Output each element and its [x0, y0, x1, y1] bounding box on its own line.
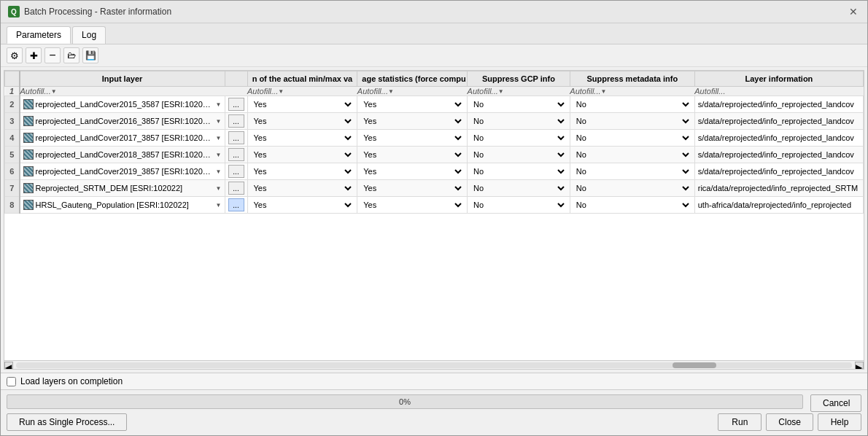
ellipsis-button[interactable]: ...: [228, 98, 244, 111]
minmax-cell[interactable]: Yes Yes No: [247, 130, 357, 147]
tab-log[interactable]: Log: [72, 26, 106, 44]
age-select[interactable]: Yes Yes No: [360, 133, 464, 143]
gcp-cell[interactable]: No Yes No: [468, 197, 570, 214]
minmax-select[interactable]: Yes Yes No: [251, 149, 354, 160]
ellipsis-cell[interactable]: ...: [225, 197, 247, 214]
input-layer-cell[interactable]: Reprojected_SRTM_DEM [ESRI:102022] ▼: [20, 180, 225, 197]
scroll-right-btn[interactable]: ▶: [855, 362, 864, 369]
cancel-button[interactable]: Cancel: [810, 394, 861, 412]
autofill-minmax[interactable]: Autofill... ▼: [247, 87, 357, 96]
minmax-cell[interactable]: Yes Yes No: [247, 180, 357, 197]
gcp-cell[interactable]: No Yes No: [468, 163, 570, 180]
gcp-cell[interactable]: No Yes No: [468, 130, 570, 147]
run-button[interactable]: Run: [718, 413, 762, 431]
autofill-meta[interactable]: Autofill... ▼: [570, 87, 694, 96]
meta-select[interactable]: No Yes No: [573, 149, 691, 160]
ellipsis-cell[interactable]: ...: [225, 147, 247, 163]
autofill-input-layer[interactable]: Autofill... ▼: [20, 87, 225, 96]
autofill-age[interactable]: Autofill... ▼: [357, 87, 468, 96]
minmax-select[interactable]: Yes Yes No: [251, 166, 354, 176]
minmax-select[interactable]: Yes Yes No: [251, 183, 354, 193]
meta-cell[interactable]: No Yes No: [570, 163, 694, 180]
minmax-cell[interactable]: Yes Yes No: [247, 163, 357, 180]
settings-button[interactable]: ⚙: [7, 47, 23, 63]
input-layer-cell[interactable]: reprojected_LandCover2018_3857 [ESRI:102…: [20, 147, 225, 163]
ellipsis-button[interactable]: ...: [228, 165, 244, 178]
input-layer-cell[interactable]: reprojected_LandCover2019_3857 [ESRI:102…: [20, 163, 225, 180]
age-cell[interactable]: Yes Yes No: [357, 147, 468, 163]
run-single-button[interactable]: Run as Single Process...: [7, 413, 127, 431]
meta-cell[interactable]: No Yes No: [570, 147, 694, 163]
ellipsis-button[interactable]: ...: [228, 114, 244, 128]
gcp-select[interactable]: No Yes No: [470, 99, 567, 109]
close-button[interactable]: Close: [766, 413, 813, 431]
input-layer-cell[interactable]: reprojected_LandCover2017_3857 [ESRI:102…: [20, 130, 225, 147]
gcp-cell[interactable]: No Yes No: [468, 147, 570, 163]
add-button[interactable]: ✚: [26, 47, 42, 63]
ellipsis-button[interactable]: ...: [228, 182, 244, 195]
minmax-select[interactable]: Yes Yes No: [251, 99, 354, 109]
meta-select[interactable]: No Yes No: [573, 166, 691, 176]
gcp-cell[interactable]: No Yes No: [468, 180, 570, 197]
age-select[interactable]: Yes Yes No: [360, 200, 464, 210]
age-cell[interactable]: Yes Yes No: [357, 180, 468, 197]
scroll-left-btn[interactable]: ◀: [4, 362, 13, 369]
close-icon[interactable]: ✕: [847, 5, 860, 18]
input-layer-cell[interactable]: reprojected_LandCover2016_3857 [ESRI:102…: [20, 113, 225, 130]
load-layers-checkbox[interactable]: [7, 377, 16, 386]
age-cell[interactable]: Yes Yes No: [357, 197, 468, 214]
meta-cell[interactable]: No Yes No: [570, 197, 694, 214]
age-cell[interactable]: Yes Yes No: [357, 113, 468, 130]
ellipsis-cell[interactable]: ...: [225, 96, 247, 113]
minmax-select[interactable]: Yes Yes No: [251, 116, 354, 126]
minmax-select[interactable]: Yes Yes No: [251, 200, 354, 210]
input-layer-cell[interactable]: HRSL_Gauteng_Population [ESRI:102022] ▼: [20, 197, 225, 214]
age-select[interactable]: Yes Yes No: [360, 116, 464, 126]
ellipsis-cell[interactable]: ...: [225, 163, 247, 180]
ellipsis-cell[interactable]: ...: [225, 180, 247, 197]
gcp-select[interactable]: No Yes No: [470, 116, 567, 126]
meta-select[interactable]: No Yes No: [573, 133, 691, 143]
gcp-cell[interactable]: No Yes No: [468, 113, 570, 130]
autofill-layer-info[interactable]: Autofill...: [694, 87, 863, 96]
ellipsis-cell[interactable]: ...: [225, 130, 247, 147]
meta-select[interactable]: No Yes No: [573, 99, 691, 109]
meta-cell[interactable]: No Yes No: [570, 130, 694, 147]
ellipsis-cell[interactable]: ...: [225, 113, 247, 130]
autofill-gcp[interactable]: Autofill... ▼: [468, 87, 570, 96]
age-cell[interactable]: Yes Yes No: [357, 96, 468, 113]
minmax-cell[interactable]: Yes Yes No: [247, 96, 357, 113]
save-button[interactable]: 💾: [82, 47, 98, 63]
ellipsis-button[interactable]: ...: [228, 148, 244, 161]
ellipsis-button[interactable]: ...: [228, 198, 244, 211]
ellipsis-button[interactable]: ...: [228, 131, 244, 144]
scrollbar-thumb[interactable]: [673, 362, 716, 368]
help-button[interactable]: Help: [818, 413, 861, 431]
gcp-select[interactable]: No Yes No: [470, 133, 567, 143]
age-cell[interactable]: Yes Yes No: [357, 163, 468, 180]
age-cell[interactable]: Yes Yes No: [357, 130, 468, 147]
meta-cell[interactable]: No Yes No: [570, 113, 694, 130]
age-select[interactable]: Yes Yes No: [360, 183, 464, 193]
gcp-select[interactable]: No Yes No: [470, 200, 567, 210]
minmax-cell[interactable]: Yes Yes No: [247, 113, 357, 130]
folder-button[interactable]: 🗁: [63, 47, 80, 63]
meta-cell[interactable]: No Yes No: [570, 180, 694, 197]
meta-select[interactable]: No Yes No: [573, 116, 691, 126]
horizontal-scrollbar[interactable]: ◀ ▶: [4, 360, 864, 369]
age-select[interactable]: Yes Yes No: [360, 149, 464, 160]
age-select[interactable]: Yes Yes No: [360, 166, 464, 176]
gcp-select[interactable]: No Yes No: [470, 149, 567, 160]
gcp-select[interactable]: No Yes No: [470, 183, 567, 193]
tab-parameters[interactable]: Parameters: [7, 26, 71, 44]
gcp-cell[interactable]: No Yes No: [468, 96, 570, 113]
input-layer-cell[interactable]: reprojected_LandCover2015_3587 [ESRI:102…: [20, 96, 225, 113]
meta-cell[interactable]: No Yes No: [570, 96, 694, 113]
gcp-select[interactable]: No Yes No: [470, 166, 567, 176]
minmax-cell[interactable]: Yes Yes No: [247, 197, 357, 214]
age-select[interactable]: Yes Yes No: [360, 99, 464, 109]
meta-select[interactable]: No Yes No: [573, 183, 691, 193]
meta-select[interactable]: No Yes No: [573, 200, 691, 210]
minmax-select[interactable]: Yes Yes No: [251, 133, 354, 143]
minmax-cell[interactable]: Yes Yes No: [247, 147, 357, 163]
